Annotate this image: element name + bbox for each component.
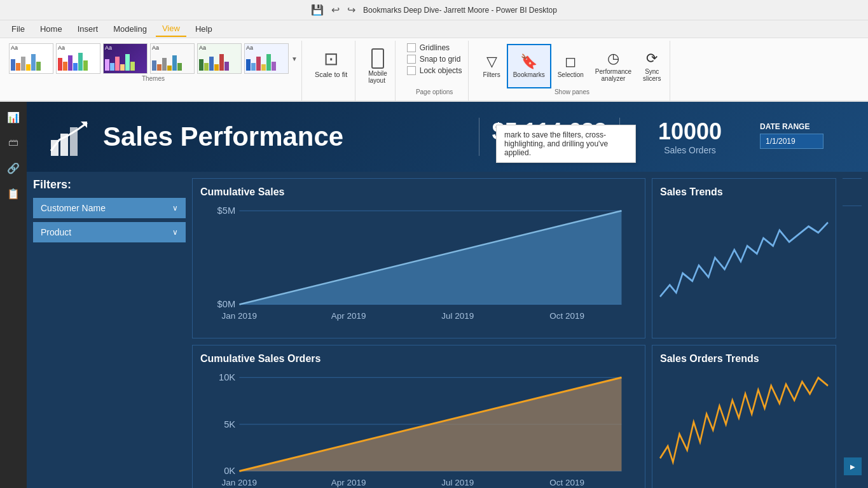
mobile-icon [371, 48, 384, 69]
menu-file[interactable]: File [5, 22, 31, 36]
page-options-group: Gridlines Snap to grid Lock objects Page… [401, 41, 469, 101]
pane-buttons-row: ▽ Filters 🔖 Bookmarks ◻ Selection ◷ Perf… [478, 43, 666, 88]
theme-blue[interactable]: Aa [244, 43, 289, 74]
date-start-input[interactable] [760, 134, 823, 149]
filter-customer-arrow: ∨ [172, 204, 178, 213]
dashboard-logo [46, 115, 90, 159]
charts-area: Cumulative Sales $5M $0M [192, 178, 836, 482]
mobile-group: Mobile layout [361, 41, 395, 101]
dashboard-header: Sales Performance $5,114,683 Total Sales… [27, 102, 868, 172]
menu-help[interactable]: Help [189, 22, 219, 36]
cumulative-sales-chart: $5M $0M Jan 2019 Apr 2019 Jul 2019 Oct 2… [200, 203, 637, 328]
snap-to-grid-checkbox[interactable]: Snap to grid [407, 55, 462, 64]
svg-text:$5M: $5M [217, 206, 236, 216]
mobile-label[interactable]: Mobile layout [368, 70, 387, 84]
scale-label[interactable]: Scale to fit [315, 71, 347, 78]
svg-text:Apr 2019: Apr 2019 [331, 311, 366, 321]
dashboard-title: Sales Performance [103, 122, 466, 152]
snap-label: Snap to grid [420, 55, 461, 64]
filter-product[interactable]: Product ∨ [33, 222, 186, 242]
date-range-label: DATE RANGE [760, 122, 849, 131]
cumulative-sales-orders-card: Cumulative Sales Orders 10K 5K 0K [192, 345, 645, 488]
performance-pane-icon: ◷ [607, 50, 619, 67]
menu-home[interactable]: Home [34, 22, 69, 36]
tooltip-text: mark to save the filters, cross-highligh… [504, 130, 608, 157]
tooltip: mark to save the filters, cross-highligh… [496, 125, 636, 163]
theme-green[interactable]: Aa [197, 43, 242, 74]
svg-text:0K: 0K [224, 466, 235, 477]
filter-product-label: Product [41, 227, 71, 237]
theme-colorful[interactable]: Aa [56, 43, 100, 74]
cumulative-sales-card: Cumulative Sales $5M $0M [192, 178, 645, 338]
themes-dropdown-arrow[interactable]: ▼ [291, 55, 298, 62]
sidebar-relationship-view[interactable]: 🔗 [3, 158, 24, 178]
selection-pane-icon: ◻ [565, 53, 576, 70]
bookmarks-pane-button[interactable]: 🔖 Bookmarks [507, 44, 551, 88]
top-partial-card: Top [843, 178, 862, 206]
gridlines-checkbox-box[interactable] [407, 43, 416, 52]
subscribe-icon: ▶ [850, 463, 855, 470]
svg-text:Jul 2019: Jul 2019 [441, 311, 474, 321]
sidebar-data-view[interactable]: 🗃 [3, 132, 24, 153]
filters-pane-icon: ▽ [486, 53, 497, 70]
svg-text:10K: 10K [219, 372, 235, 382]
themes-row: Aa Aa [9, 43, 298, 74]
show-panes-label: Show panes [478, 88, 666, 98]
svg-text:Oct 2019: Oct 2019 [549, 478, 584, 487]
filters-pane-label: Filters [483, 71, 500, 78]
selection-pane-button[interactable]: ◻ Selection [553, 44, 589, 88]
sync-slicers-pane-button[interactable]: ⟳ Syncslicers [638, 44, 666, 88]
undo-icon[interactable]: ↩ [331, 4, 340, 16]
window-title: Bookmarks Deep Dive- Jarrett Moore - Pow… [363, 6, 557, 15]
save-icon[interactable]: 💾 [311, 4, 324, 16]
gridlines-checkbox[interactable]: Gridlines [407, 43, 462, 52]
menu-modeling[interactable]: Modeling [107, 22, 153, 36]
snap-checkbox-box[interactable] [407, 55, 416, 64]
ribbon: Aa Aa [0, 38, 868, 102]
dashboard-body: Filters: Customer Name ∨ Product ∨ Cumul… [27, 172, 868, 488]
cumulative-sales-orders-title: Cumulative Sales Orders [200, 353, 637, 365]
date-range: DATE RANGE [760, 122, 849, 151]
bookmarks-pane-label: Bookmarks [513, 71, 545, 78]
performance-pane-button[interactable]: ◷ Performanceanalyzer [590, 44, 637, 88]
themes-label: Themes [9, 75, 298, 83]
subscribe-button[interactable]: ▶ [844, 457, 862, 475]
svg-text:$0M: $0M [217, 299, 236, 309]
svg-text:Oct 2019: Oct 2019 [549, 311, 584, 321]
sales-orders-metric: 10000 Sales Orders [633, 118, 747, 155]
svg-text:5K: 5K [224, 419, 235, 429]
filter-customer-name[interactable]: Customer Name ∨ [33, 198, 186, 218]
menu-view[interactable]: View [156, 21, 186, 37]
sidebar-dax-query[interactable]: 📋 [3, 183, 24, 204]
lock-objects-checkbox[interactable]: Lock objects [407, 66, 462, 75]
title-bar: 💾 ↩ ↪ Bookmarks Deep Dive- Jarrett Moore… [0, 0, 868, 20]
svg-text:Jan 2019: Jan 2019 [222, 311, 258, 321]
cumulative-sales-orders-chart: 10K 5K 0K Jan 2019 Apr 2019 Jul 2019 Oct [200, 370, 637, 488]
top-charts-row: Cumulative Sales $5M $0M [192, 178, 836, 338]
svg-text:Jul 2019: Jul 2019 [441, 478, 474, 487]
sidebar-report-view[interactable]: 📊 [3, 107, 24, 127]
sales-orders-label: Sales Orders [633, 145, 747, 155]
bottom-charts-row: Cumulative Sales Orders 10K 5K 0K [192, 345, 836, 488]
theme-default[interactable]: Aa [9, 43, 53, 74]
filters-pane-button[interactable]: ▽ Filters [478, 44, 505, 88]
menu-bar: File Home Insert Modeling View Help [0, 20, 868, 38]
theme-light[interactable]: Aa [150, 43, 195, 74]
svg-text:Apr 2019: Apr 2019 [331, 478, 366, 487]
menu-insert[interactable]: Insert [71, 22, 105, 36]
sales-orders-trends-title: Sales Orders Trends [660, 353, 828, 365]
sales-trends-card: Sales Trends [652, 178, 836, 338]
filter-customer-name-label: Customer Name [41, 203, 106, 213]
redo-icon[interactable]: ↪ [347, 4, 355, 16]
main-canvas: Sales Performance $5,114,683 Total Sales… [27, 102, 868, 488]
theme-purple[interactable]: Aa [103, 43, 148, 74]
right-panel-truncated: Top ▶ [843, 178, 862, 482]
gridlines-label: Gridlines [420, 43, 450, 52]
left-sidebar: 📊 🗃 🔗 📋 [0, 102, 27, 488]
selection-pane-label: Selection [558, 71, 584, 78]
lock-checkbox-box[interactable] [407, 66, 416, 75]
page-options-label: Page options [407, 88, 462, 98]
sales-orders-trends-card: Sales Orders Trends [652, 345, 836, 488]
show-panes-group: ▽ Filters 🔖 Bookmarks ◻ Selection ◷ Perf… [474, 41, 670, 101]
sales-orders-trends-chart [660, 370, 828, 488]
